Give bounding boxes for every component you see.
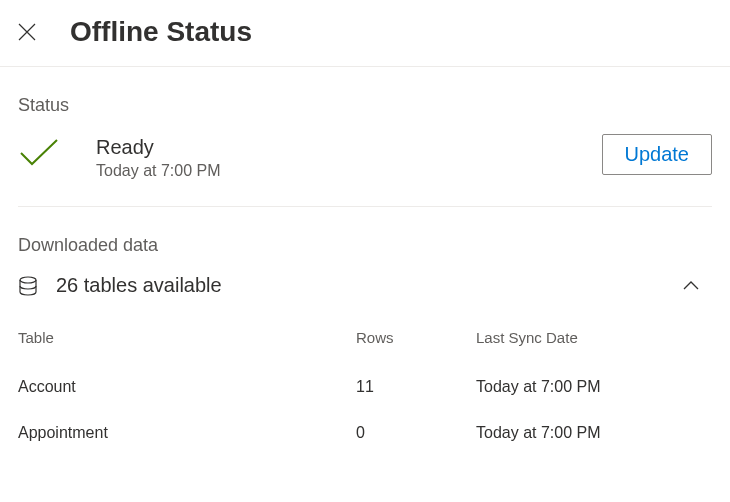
table-header-row: Table Rows Last Sync Date <box>18 329 712 364</box>
chevron-up-icon <box>682 277 700 295</box>
table-row: Account 11 Today at 7:00 PM <box>18 364 712 410</box>
table-cell-name: Account <box>18 378 356 396</box>
checkmark-icon <box>18 138 60 168</box>
status-section-label: Status <box>18 95 712 116</box>
table-header-sync: Last Sync Date <box>476 329 712 346</box>
svg-point-0 <box>20 277 36 283</box>
table-header-rows: Rows <box>356 329 476 346</box>
content: Status Ready Today at 7:00 PM Update Dow… <box>0 95 730 456</box>
downloaded-section-label: Downloaded data <box>18 235 712 256</box>
update-button[interactable]: Update <box>602 134 713 175</box>
summary-left: 26 tables available <box>18 274 222 297</box>
tables-summary-toggle[interactable]: 26 tables available <box>18 274 712 297</box>
status-left: Ready Today at 7:00 PM <box>18 134 221 180</box>
header: Offline Status <box>0 0 730 67</box>
status-title: Ready <box>96 134 221 160</box>
close-button[interactable] <box>18 23 36 41</box>
table-header-table: Table <box>18 329 356 346</box>
table-cell-rows: 11 <box>356 378 476 396</box>
page-title: Offline Status <box>70 16 252 48</box>
status-text: Ready Today at 7:00 PM <box>96 134 221 180</box>
table-cell-sync: Today at 7:00 PM <box>476 424 712 442</box>
status-row: Ready Today at 7:00 PM Update <box>18 134 712 207</box>
close-icon <box>18 27 36 44</box>
table-cell-rows: 0 <box>356 424 476 442</box>
table-row: Appointment 0 Today at 7:00 PM <box>18 410 712 456</box>
summary-text: 26 tables available <box>56 274 222 297</box>
table-cell-name: Appointment <box>18 424 356 442</box>
table-cell-sync: Today at 7:00 PM <box>476 378 712 396</box>
status-timestamp: Today at 7:00 PM <box>96 162 221 180</box>
database-icon <box>18 276 38 296</box>
tables-list: Table Rows Last Sync Date Account 11 Tod… <box>18 329 712 456</box>
